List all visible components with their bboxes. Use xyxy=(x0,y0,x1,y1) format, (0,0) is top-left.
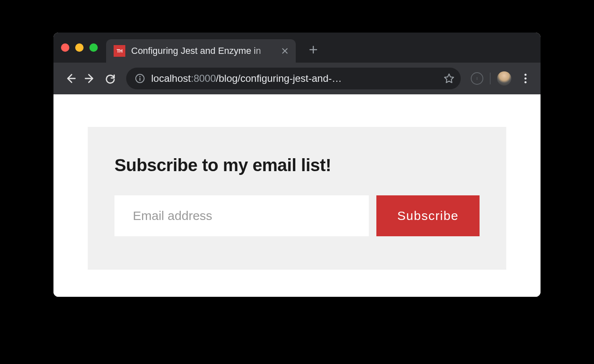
browser-tab[interactable]: TH Configuring Jest and Enzyme in xyxy=(106,39,296,63)
close-tab-icon[interactable] xyxy=(280,46,290,56)
url-port: :8000 xyxy=(191,73,216,84)
svg-point-5 xyxy=(525,74,527,76)
window-close-button[interactable] xyxy=(61,43,69,52)
bookmark-star-icon[interactable] xyxy=(441,70,457,87)
extension-icon[interactable] xyxy=(471,72,483,85)
reload-button[interactable] xyxy=(101,69,119,88)
window-minimize-button[interactable] xyxy=(75,43,84,52)
url-text: localhost:8000/blog/configuring-jest-and… xyxy=(151,73,435,84)
address-bar[interactable]: localhost:8000/blog/configuring-jest-and… xyxy=(126,68,461,89)
profile-avatar[interactable] xyxy=(497,71,511,86)
tab-favicon: TH xyxy=(114,45,125,57)
new-tab-button[interactable] xyxy=(305,41,322,58)
tab-bar: TH Configuring Jest and Enzyme in xyxy=(53,33,541,63)
site-info-icon[interactable] xyxy=(135,73,145,84)
window-controls xyxy=(61,43,98,52)
toolbar-right xyxy=(471,71,533,86)
back-button[interactable] xyxy=(61,69,79,88)
toolbar-divider xyxy=(490,73,490,84)
url-path: /blog/configuring-jest-and-… xyxy=(216,73,342,84)
svg-point-3 xyxy=(477,77,477,78)
subscribe-heading: Subscribe to my email list! xyxy=(114,155,480,175)
browser-menu-icon[interactable] xyxy=(518,71,533,86)
email-input[interactable] xyxy=(114,195,369,236)
subscribe-button[interactable]: Subscribe xyxy=(376,195,480,236)
forward-button[interactable] xyxy=(81,69,99,88)
svg-rect-2 xyxy=(140,78,140,81)
svg-point-7 xyxy=(525,81,527,83)
svg-point-1 xyxy=(140,76,141,77)
url-host: localhost xyxy=(151,73,191,84)
browser-toolbar: localhost:8000/blog/configuring-jest-and… xyxy=(53,63,541,94)
window-maximize-button[interactable] xyxy=(89,43,98,52)
browser-window: TH Configuring Jest and Enzyme in xyxy=(53,33,541,297)
tab-title: Configuring Jest and Enzyme in xyxy=(131,46,274,56)
svg-rect-4 xyxy=(477,78,477,80)
subscribe-form: Subscribe xyxy=(114,195,480,236)
tabs-area: TH Configuring Jest and Enzyme in xyxy=(106,33,541,63)
subscribe-card: Subscribe to my email list! Subscribe xyxy=(88,127,506,270)
svg-point-6 xyxy=(525,78,527,80)
page-content: Subscribe to my email list! Subscribe xyxy=(53,94,541,297)
